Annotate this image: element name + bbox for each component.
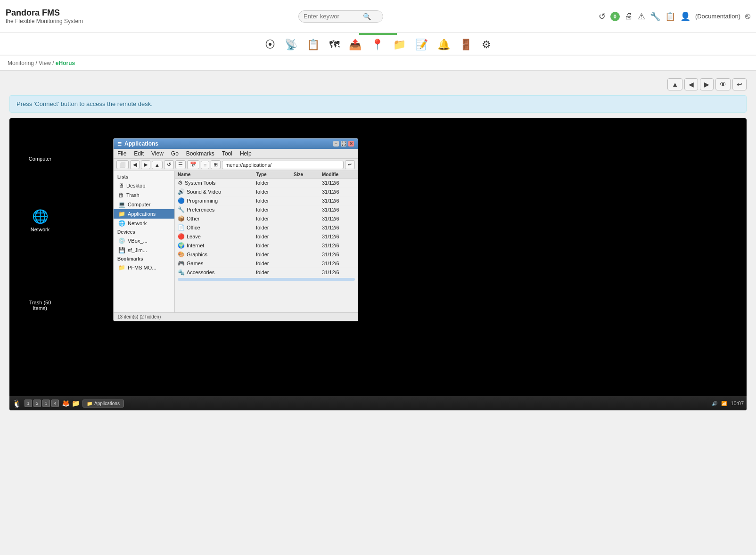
fm-menu-view[interactable]: View [148, 149, 167, 158]
fm-back-btn[interactable]: ◀ [130, 160, 140, 169]
workspace-1[interactable]: 1 [25, 400, 32, 407]
nav-clipboard-icon[interactable]: 📋 [307, 39, 320, 51]
fm-menu-tool[interactable]: Tool [218, 149, 236, 158]
row-type: folder [256, 189, 294, 195]
documentation-link[interactable]: (Documentation) [695, 13, 740, 20]
taskbar-window-apps[interactable]: 📁 Applications [82, 400, 124, 408]
fm-reload-btn[interactable]: ↺ [164, 160, 174, 169]
fm-new-btn[interactable]: ⬜ [116, 160, 129, 169]
user-icon[interactable]: 👤 [680, 11, 690, 22]
desktop-icon-computer[interactable]: 🖥 Computer [24, 137, 57, 162]
logout-icon[interactable]: ⎋ [745, 11, 750, 21]
nav-folder-icon[interactable]: 📁 [393, 39, 406, 51]
fm-forward-btn[interactable]: ▶ [141, 160, 150, 169]
desktop-icon-network[interactable]: 🌐 Network [24, 208, 57, 232]
table-row[interactable]: 🔧 Preferences folder 31/12/6 [175, 205, 358, 214]
nav-bell-icon[interactable]: 🔔 [437, 39, 450, 51]
trash-sidebar-label: Trash [126, 192, 140, 198]
table-row[interactable]: 🔩 Accessories folder 31/12/6 [175, 268, 358, 277]
fm-menu-bookmarks[interactable]: Bookmarks [182, 149, 218, 158]
desktop-icon-trash[interactable]: 🗑 Trash (50 items) [24, 281, 57, 311]
tools-icon[interactable]: 🔧 [650, 11, 660, 22]
fm-sidebar-item-vbox[interactable]: 💿 VBox_... [114, 236, 174, 245]
nav-upload-icon[interactable]: 📤 [349, 39, 362, 51]
table-row[interactable]: 🌍 Internet folder 31/12/6 [175, 241, 358, 250]
table-row[interactable]: ⚙ System Tools folder 31/12/6 [175, 179, 358, 188]
sf-sidebar-icon: 💾 [118, 247, 125, 253]
nav-monitor-icon[interactable]: ⦿ [265, 39, 275, 51]
fm-sidebar-item-sf[interactable]: 💾 sf_Jim... [114, 245, 174, 255]
fm-list-view-btn[interactable]: ☰ [175, 160, 186, 169]
fm-sidebar-item-pfms[interactable]: 📁 PFMS MO... [114, 263, 174, 272]
pfms-sidebar-icon: 📁 [118, 264, 125, 271]
table-row[interactable]: 🔵 Programming folder 31/12/6 [175, 196, 358, 205]
fm-close-btn[interactable]: ✕ [348, 141, 354, 147]
table-row[interactable]: 🎨 Graphics folder 31/12/6 [175, 250, 358, 259]
taskbar-apps: 🦊 📁 [62, 400, 80, 407]
nav-settings-icon[interactable]: ⚙ [482, 39, 491, 51]
row-modified: 31/12/6 [322, 216, 355, 221]
fm-menu-edit[interactable]: Edit [130, 149, 148, 158]
vbox-sidebar-icon: 💿 [118, 237, 125, 244]
workspace-4[interactable]: 4 [51, 400, 59, 407]
fm-titlebar[interactable]: ☰ Applications − ⛶ ✕ [114, 139, 358, 149]
taskbar-window-icon: 📁 [87, 401, 92, 406]
search-input[interactable] [304, 13, 360, 20]
fm-sidebar-item-network[interactable]: 🌐 Network [114, 219, 174, 228]
table-row[interactable]: 🔴 Leave folder 31/12/6 [175, 232, 358, 241]
fm-menu-file[interactable]: File [114, 149, 130, 158]
taskbar-start-btn[interactable]: 🐧 [12, 399, 22, 408]
taskbar-browser-icon[interactable]: 🦊 [62, 400, 70, 407]
fm-menu-go[interactable]: Go [167, 149, 182, 158]
row-type: folder [256, 225, 294, 230]
applications-sidebar-label: Applications [128, 211, 156, 217]
remote-desktop[interactable]: 🖥 Computer 🌐 Network 🗑 Trash (50 items) … [9, 118, 747, 410]
fm-address-bar[interactable] [222, 161, 344, 169]
row-icon: 🔩 [178, 269, 185, 276]
fm-scrollbar[interactable] [178, 278, 355, 281]
toolbar-forward-btn[interactable]: ▶ [700, 78, 714, 90]
fm-minimize-btn[interactable]: − [333, 141, 339, 147]
brand-subtitle: the Flexible Monitoring System [6, 18, 83, 24]
toolbar-view-btn[interactable]: 👁 [715, 78, 731, 90]
nav-wifi-icon[interactable]: 📡 [285, 39, 297, 51]
fm-sidebar-item-computer[interactable]: 💻 Computer [114, 200, 174, 209]
alert-icon[interactable]: ⚠ [638, 11, 645, 22]
table-row[interactable]: 📄 Office folder 31/12/6 [175, 223, 358, 232]
table-row[interactable]: 🎮 Games folder 31/12/6 [175, 259, 358, 268]
server-icon[interactable]: 🖨 [625, 11, 633, 21]
fm-go-btn[interactable]: ↵ [345, 160, 355, 169]
nav-location-icon[interactable]: 📍 [371, 39, 384, 51]
toolbar-connect-btn[interactable]: ↩ [732, 78, 747, 90]
fm-sidebar-item-desktop[interactable]: 🖥 Desktop [114, 181, 174, 190]
fm-menu-help[interactable]: Help [236, 149, 255, 158]
row-name: 📦 Other [178, 215, 256, 222]
fm-detail-view-btn[interactable]: ≡ [201, 161, 209, 169]
network-sidebar-label: Network [128, 220, 147, 226]
notification-badge[interactable]: 0 [610, 12, 620, 21]
clipboard-icon[interactable]: 📋 [665, 11, 675, 22]
table-row[interactable]: 📦 Other folder 31/12/6 [175, 214, 358, 223]
search-bar[interactable]: 🔍 [298, 10, 383, 23]
breadcrumb-view[interactable]: View [39, 60, 51, 66]
fm-thumb-view-btn[interactable]: ⊞ [211, 160, 221, 169]
nav-door-icon[interactable]: 🚪 [460, 39, 472, 51]
nav-notes-icon[interactable]: 📝 [415, 39, 428, 51]
fm-cal-view-btn[interactable]: 📅 [187, 160, 199, 169]
toolbar-pin-btn[interactable]: ▲ [667, 78, 682, 90]
row-name: 🔵 Programming [178, 197, 256, 204]
taskbar-files-icon[interactable]: 📁 [72, 400, 80, 407]
table-row[interactable]: 🔊 Sound & Video folder 31/12/6 [175, 188, 358, 196]
fm-maximize-btn[interactable]: ⛶ [341, 141, 346, 147]
fm-sidebar-item-trash[interactable]: 🗑 Trash [114, 190, 174, 200]
fm-up-btn[interactable]: ▲ [152, 161, 163, 169]
refresh-icon[interactable]: ↺ [599, 11, 606, 22]
toolbar-back-btn[interactable]: ◀ [684, 78, 698, 90]
fm-sidebar-item-applications[interactable]: 📁 Applications [114, 209, 174, 219]
row-name-label: Programming [187, 198, 218, 204]
workspace-3[interactable]: 3 [42, 400, 50, 407]
workspace-2[interactable]: 2 [33, 400, 41, 407]
breadcrumb-monitoring[interactable]: Monitoring [8, 60, 34, 66]
nav-map-icon[interactable]: 🗺 [329, 39, 339, 51]
trash-sidebar-icon: 🗑 [118, 192, 124, 198]
